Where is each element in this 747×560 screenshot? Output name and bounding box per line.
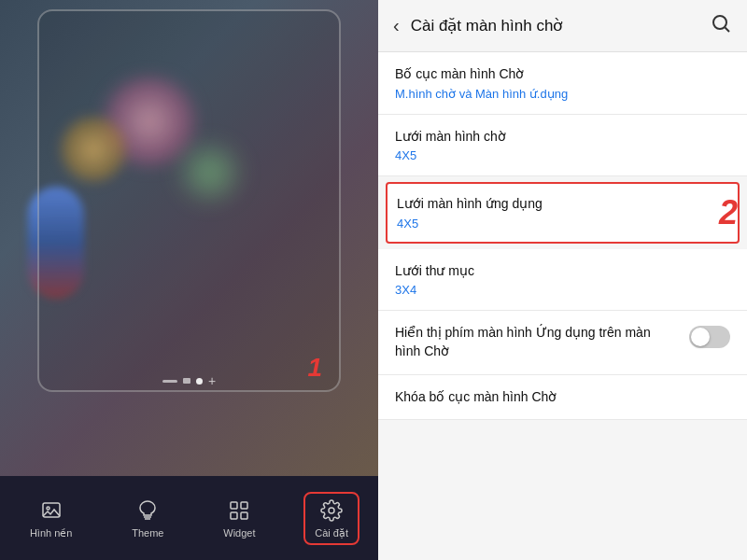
nav-label-widget: Widget [223,527,255,539]
nav-item-widget[interactable]: Widget [212,492,266,544]
page-title: Cài đặt màn hình chờ [411,16,698,35]
wallpaper-preview: + 1 [0,0,378,476]
setting-luoi-ung-dung-value: 4X5 [397,217,700,231]
setting-luoi-thu-muc[interactable]: Lưới thư mục 3X4 [378,249,747,312]
svg-rect-7 [241,512,247,519]
dot-circle [196,378,203,385]
setting-luoi-man-hinh-cho[interactable]: Lưới màn hình chờ 4X5 [378,115,747,177]
setting-khoa-bo-cuc[interactable]: Khóa bố cục màn hình Chờ [378,375,747,421]
search-button[interactable] [710,12,732,39]
setting-luoi-ung-dung-title: Lưới màn hình ứng dụng [397,195,700,214]
setting-luoi-cho-value: 4X5 [395,148,730,162]
widget-icon [226,497,252,524]
setting-hien-thi-phim-title: Hiển thị phím màn hình Ứng dụng trên màn… [395,324,678,360]
image-icon [38,497,64,524]
bottom-navigation: Hình nền Theme [0,476,378,560]
svg-line-10 [726,28,730,33]
setting-hien-thi-phim-text: Hiển thị phím màn hình Ứng dụng trên màn… [395,324,689,360]
svg-point-1 [47,507,49,510]
settings-list: Bố cục màn hình Chờ M.hình chờ và Màn hì… [378,52,747,560]
badge-number-2: 2 [719,193,738,232]
settings-icon [318,497,345,524]
svg-point-9 [713,16,726,29]
hien-thi-phim-toggle[interactable] [689,326,730,348]
left-panel: + 1 Hình nền The [0,0,378,560]
setting-luoi-thu-muc-value: 3X4 [395,283,730,297]
badge-number-1: 1 [307,353,322,383]
nav-item-theme[interactable]: Theme [120,492,175,544]
svg-rect-6 [231,512,237,519]
right-panel: ‹ Cài đặt màn hình chờ Bố cục màn hình C… [378,0,747,560]
setting-luoi-ung-dung[interactable]: Lưới màn hình ứng dụng 4X5 [388,184,710,242]
setting-hien-thi-phim[interactable]: Hiển thị phím màn hình Ứng dụng trên màn… [378,311,747,374]
setting-luoi-thu-muc-title: Lưới thư mục [395,262,730,281]
nav-label-cai-dat: Cài đặt [315,527,348,539]
svg-point-8 [329,508,334,513]
dot-dash [162,380,177,383]
nav-item-hinh-nen[interactable]: Hình nền [19,492,84,545]
setting-luoi-cho-title: Lưới màn hình chờ [395,128,730,147]
svg-rect-4 [231,502,237,509]
setting-khoa-bo-cuc-title: Khóa bố cục màn hình Chờ [395,388,730,407]
dot-square [183,378,190,384]
dot-plus: + [208,374,216,387]
setting-bo-cuc[interactable]: Bố cục màn hình Chờ M.hình chờ và Màn hì… [378,52,747,115]
svg-rect-5 [241,502,247,509]
svg-rect-0 [43,503,60,517]
nav-label-theme: Theme [132,527,163,539]
nav-label-hinh-nen: Hình nền [30,527,73,539]
settings-header: ‹ Cài đặt màn hình chờ [378,0,747,52]
back-button[interactable]: ‹ [393,15,400,36]
setting-bo-cuc-title: Bố cục màn hình Chờ [395,65,730,84]
setting-luoi-ung-dung-row: Lưới màn hình ứng dụng 4X5 2 [386,182,740,244]
theme-icon [134,497,161,524]
phone-frame [37,9,341,392]
setting-bo-cuc-value: M.hình chờ và Màn hình ứ.dụng [395,87,730,101]
nav-item-cai-dat[interactable]: Cài đặt [303,492,359,545]
